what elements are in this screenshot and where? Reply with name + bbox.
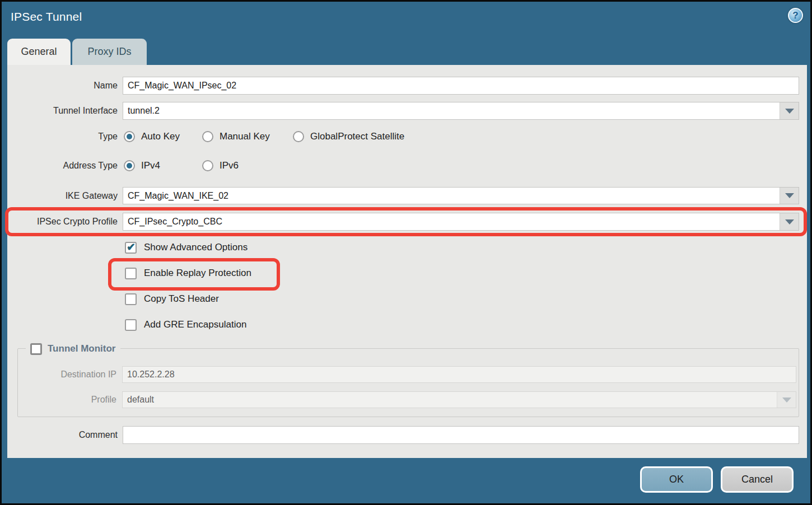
radio-ipv6-circle	[202, 160, 213, 171]
name-row: Name	[7, 77, 799, 95]
type-row: Type Auto Key Manual Key GlobalProtect S…	[7, 130, 799, 143]
address-type-row: Address Type IPv4 IPv6	[7, 160, 799, 172]
ipsec-crypto-profile-row: IPSec Crypto Profile	[7, 213, 799, 231]
radio-auto-key-label: Auto Key	[141, 131, 180, 142]
radio-ipv4-label: IPv4	[141, 160, 160, 171]
profile-input	[123, 392, 777, 408]
radio-manual-key-label: Manual Key	[220, 131, 270, 142]
radio-globalprotect-label: GlobalProtect Satellite	[310, 131, 404, 142]
tab-proxy-ids-label: Proxy IDs	[87, 46, 131, 58]
tunnel-interface-row: Tunnel Interface	[7, 102, 799, 120]
dialog-title: IPSec Tunnel	[11, 10, 82, 24]
radio-manual-key[interactable]: Manual Key	[202, 130, 270, 143]
checkbox-tos-box	[125, 293, 137, 305]
type-label: Type	[7, 132, 118, 142]
radio-ipv6-label: IPv6	[220, 160, 239, 171]
ok-button-label: OK	[669, 474, 684, 485]
chevron-down-icon	[785, 219, 794, 225]
checkbox-add-gre-encapsulation[interactable]: Add GRE Encapsulation	[125, 319, 246, 331]
ike-gateway-row: IKE Gateway	[7, 187, 799, 204]
cancel-button[interactable]: Cancel	[721, 466, 794, 493]
comment-row: Comment	[7, 426, 799, 444]
ipsec-crypto-profile-combo	[123, 213, 799, 231]
address-type-label: Address Type	[7, 161, 118, 171]
radio-ipv6[interactable]: IPv6	[202, 160, 239, 172]
tunnel-monitor-checkbox	[30, 343, 42, 355]
radio-auto-key-circle	[124, 131, 135, 142]
help-icon[interactable]: ?	[788, 8, 803, 23]
checkbox-replay-box	[125, 268, 137, 279]
ok-button[interactable]: OK	[640, 466, 713, 493]
tunnel-interface-dropdown-button[interactable]	[780, 102, 799, 119]
ipsec-crypto-profile-input[interactable]	[123, 213, 780, 230]
ike-gateway-dropdown-button[interactable]	[780, 188, 799, 204]
radio-manual-key-circle	[202, 131, 213, 142]
radio-globalprotect-satellite[interactable]: GlobalProtect Satellite	[293, 130, 404, 143]
profile-combo	[122, 391, 796, 408]
cancel-button-label: Cancel	[741, 474, 773, 485]
checkbox-replay-label: Enable Replay Protection	[144, 268, 251, 279]
checkbox-show-advanced-box	[125, 242, 137, 254]
radio-auto-key[interactable]: Auto Key	[124, 130, 180, 143]
checkbox-show-advanced-label: Show Advanced Options	[144, 242, 248, 253]
checkbox-show-advanced-options[interactable]: Show Advanced Options	[125, 241, 248, 254]
name-label: Name	[7, 81, 118, 91]
radio-globalprotect-circle	[293, 131, 304, 142]
profile-label: Profile	[20, 395, 116, 405]
checkbox-copy-tos-header[interactable]: Copy ToS Header	[125, 293, 219, 305]
tunnel-monitor-fieldset: Tunnel Monitor Destination IP Profile	[17, 348, 799, 417]
chevron-down-icon	[785, 109, 794, 114]
chevron-down-icon	[782, 398, 791, 403]
ike-gateway-combo	[123, 187, 799, 204]
tunnel-interface-input[interactable]	[123, 102, 780, 119]
profile-dropdown-button	[777, 392, 796, 408]
checkbox-enable-replay-protection[interactable]: Enable Replay Protection	[125, 267, 251, 279]
destination-ip-row: Destination IP	[20, 366, 796, 383]
tab-general-label: General	[21, 46, 57, 58]
radio-ipv4-circle	[124, 160, 135, 171]
profile-row: Profile	[20, 391, 796, 408]
tunnel-monitor-toggle[interactable]: Tunnel Monitor	[26, 342, 120, 356]
general-tab-panel: Name Tunnel Interface Type Auto Key Manu…	[7, 65, 807, 458]
name-input[interactable]	[123, 77, 799, 95]
tab-proxy-ids[interactable]: Proxy IDs	[72, 39, 147, 65]
chevron-down-icon	[785, 193, 794, 198]
destination-ip-input	[122, 366, 796, 383]
tunnel-monitor-label: Tunnel Monitor	[48, 343, 116, 354]
checkbox-gre-label: Add GRE Encapsulation	[144, 319, 246, 330]
checkbox-tos-label: Copy ToS Header	[144, 293, 219, 305]
tunnel-interface-combo	[123, 102, 799, 120]
destination-ip-label: Destination IP	[20, 370, 116, 380]
ipsec-tunnel-dialog: IPSec Tunnel ? General Proxy IDs Name Tu…	[0, 0, 812, 505]
ipsec-crypto-profile-dropdown-button[interactable]	[780, 213, 799, 230]
ike-gateway-label: IKE Gateway	[7, 191, 118, 201]
ike-gateway-input[interactable]	[123, 188, 780, 204]
comment-label: Comment	[7, 430, 118, 440]
comment-input[interactable]	[123, 426, 799, 444]
radio-ipv4[interactable]: IPv4	[124, 160, 160, 172]
tab-general[interactable]: General	[7, 39, 71, 65]
checkbox-gre-box	[125, 319, 137, 331]
tunnel-interface-label: Tunnel Interface	[7, 106, 118, 116]
ipsec-crypto-profile-label: IPSec Crypto Profile	[7, 217, 118, 227]
